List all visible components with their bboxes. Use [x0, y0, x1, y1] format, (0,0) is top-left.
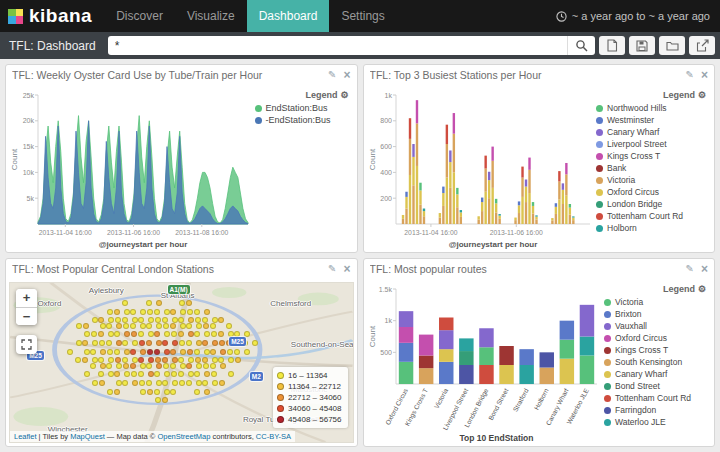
- panel-header[interactable]: TFL: Most Popular Central London Station…: [6, 259, 357, 279]
- legend-item[interactable]: Brixton: [604, 308, 708, 320]
- attribution-link[interactable]: CC-BY-SA: [256, 432, 291, 441]
- map-legend-row: 16 – 11364: [277, 370, 341, 381]
- edit-panel-icon[interactable]: ✎: [686, 70, 694, 80]
- legend-item[interactable]: South Kensington: [604, 356, 708, 368]
- nav-item-settings[interactable]: Settings: [329, 0, 396, 32]
- map-cluster-dot: [100, 349, 106, 355]
- map-cluster-dot: [84, 331, 90, 337]
- map-cluster-dot: [90, 349, 96, 355]
- attribution-link[interactable]: OpenStreetMap: [157, 432, 210, 441]
- gear-icon[interactable]: ⚙: [340, 90, 348, 100]
- map-cluster-dot: [140, 323, 146, 329]
- legend-item[interactable]: Oxford Circus: [596, 186, 708, 198]
- load-dashboard-button[interactable]: [659, 36, 685, 55]
- legend-item[interactable]: -EndStation:Bus: [255, 114, 351, 126]
- legend-item[interactable]: Bond Street: [604, 380, 708, 392]
- legend-item[interactable]: Victoria: [604, 296, 708, 308]
- legend-item[interactable]: Kings Cross T: [596, 150, 708, 162]
- legend-item[interactable]: Kings Cross T: [604, 344, 708, 356]
- map-place-label: Oxford: [37, 299, 61, 308]
- panel-weekly-oyster-use: TFL: Weekly Oyster Card Use by Tube/Trai…: [5, 64, 358, 253]
- close-panel-icon[interactable]: ×: [701, 263, 708, 275]
- map-cluster-dot: [202, 380, 208, 386]
- close-panel-icon[interactable]: ×: [343, 263, 350, 275]
- legend-item[interactable]: EndStation:Bus: [255, 102, 351, 114]
- edit-panel-icon[interactable]: ✎: [686, 264, 694, 274]
- map-cluster-dot: [170, 349, 176, 355]
- edit-panel-icon[interactable]: ✎: [328, 264, 336, 274]
- svg-text:15k: 15k: [23, 143, 35, 150]
- map-cluster-dot: [123, 323, 129, 329]
- panel-header[interactable]: TFL: Top 3 Busiest Stations per Hour ✎ ×: [364, 65, 715, 85]
- edit-panel-icon[interactable]: ✎: [328, 70, 336, 80]
- nav-item-visualize[interactable]: Visualize: [175, 0, 247, 32]
- fit-bounds-icon: [21, 339, 32, 350]
- save-dashboard-button[interactable]: [629, 36, 655, 55]
- map-cluster-dot: [187, 309, 193, 315]
- close-panel-icon[interactable]: ×: [343, 69, 350, 81]
- map-cluster-dot: [234, 349, 240, 355]
- map-cluster-dot: [90, 363, 96, 369]
- zoom-out-button[interactable]: −: [16, 307, 37, 325]
- map-cluster-dot: [116, 363, 122, 369]
- map-cluster-dot: [186, 380, 192, 386]
- legend-item[interactable]: Bank: [596, 162, 708, 174]
- map-cluster-dot: [124, 309, 130, 315]
- map-cluster-dot: [155, 397, 161, 403]
- query-input[interactable]: [108, 36, 567, 55]
- legend-item[interactable]: Farringdon: [604, 404, 708, 416]
- attribution-link[interactable]: MapQuest: [70, 432, 105, 441]
- map-legend-row: 11364 – 22712: [277, 381, 341, 392]
- close-panel-icon[interactable]: ×: [701, 69, 708, 81]
- legend-title: Legend⚙: [255, 89, 351, 102]
- legend-title: Legend⚙: [604, 283, 708, 296]
- share-dashboard-button[interactable]: [689, 36, 715, 55]
- legend-item[interactable]: Vauxhall: [604, 320, 708, 332]
- time-picker[interactable]: ~ a year ago to ~ a year ago: [556, 0, 720, 32]
- svg-text:20k: 20k: [23, 117, 35, 124]
- legend-item[interactable]: Westminster: [596, 114, 708, 126]
- new-dashboard-button[interactable]: [599, 36, 625, 55]
- chart-legend: Legend⚙VictoriaBrixtonVauxhallOxford Cir…: [600, 281, 710, 444]
- popular-routes-bar-chart: 5001k1.5kCountOxford CircusKings Cross T…: [366, 281, 601, 444]
- motorway-badge: A1(M): [168, 285, 190, 294]
- map-cluster-dot: [107, 389, 113, 395]
- tile-map[interactable]: AylesburyOxfordSt AlbansChelmsfordSouthe…: [9, 282, 354, 443]
- legend-item[interactable]: Holborn: [596, 222, 708, 234]
- legend-item[interactable]: Northwood Hills: [596, 102, 708, 114]
- legend-item[interactable]: Canary Wharf: [596, 126, 708, 138]
- search-button[interactable]: [567, 36, 595, 55]
- nav-item-discover[interactable]: Discover: [104, 0, 175, 32]
- legend-item[interactable]: Waterloo JLE: [604, 416, 708, 428]
- fit-bounds-button[interactable]: [16, 335, 37, 354]
- svg-text:Holborn: Holborn: [532, 387, 549, 411]
- zoom-in-button[interactable]: +: [16, 289, 37, 307]
- map-cluster-dot: [194, 349, 200, 355]
- svg-text:Count: Count: [368, 325, 377, 347]
- map-cluster-dot: [156, 300, 162, 306]
- legend-item[interactable]: Canary Wharf: [604, 368, 708, 380]
- kibana-logo[interactable]: kibana: [0, 0, 104, 32]
- map-cluster-dot: [156, 363, 162, 369]
- legend-item[interactable]: Tottenham Court Rd: [604, 392, 708, 404]
- map-cluster-dot: [170, 323, 176, 329]
- map-cluster-dot: [164, 349, 170, 355]
- gear-icon[interactable]: ⚙: [698, 284, 706, 294]
- panel-header[interactable]: TFL: Weekly Oyster Card Use by Tube/Trai…: [6, 65, 357, 85]
- gear-icon[interactable]: ⚙: [698, 90, 706, 100]
- attribution-link[interactable]: Leaflet: [14, 432, 37, 441]
- legend-swatch: [596, 141, 603, 148]
- legend-item[interactable]: Tottenham Court Rd: [596, 210, 708, 222]
- legend-swatch: [604, 311, 611, 318]
- legend-swatch: [604, 299, 611, 306]
- motorway-badge: M2: [250, 372, 263, 381]
- map-cluster-dot: [114, 309, 120, 315]
- legend-item[interactable]: Oxford Circus: [604, 332, 708, 344]
- nav-item-dashboard[interactable]: Dashboard: [247, 0, 330, 32]
- legend-item[interactable]: Victoria: [596, 174, 708, 186]
- map-cluster-dot: [170, 309, 176, 315]
- panel-header[interactable]: TFL: Most popular routes ✎ ×: [364, 259, 715, 279]
- map-cluster-dot: [211, 371, 217, 377]
- legend-item[interactable]: London Bridge: [596, 198, 708, 210]
- legend-item[interactable]: Liverpool Street: [596, 138, 708, 150]
